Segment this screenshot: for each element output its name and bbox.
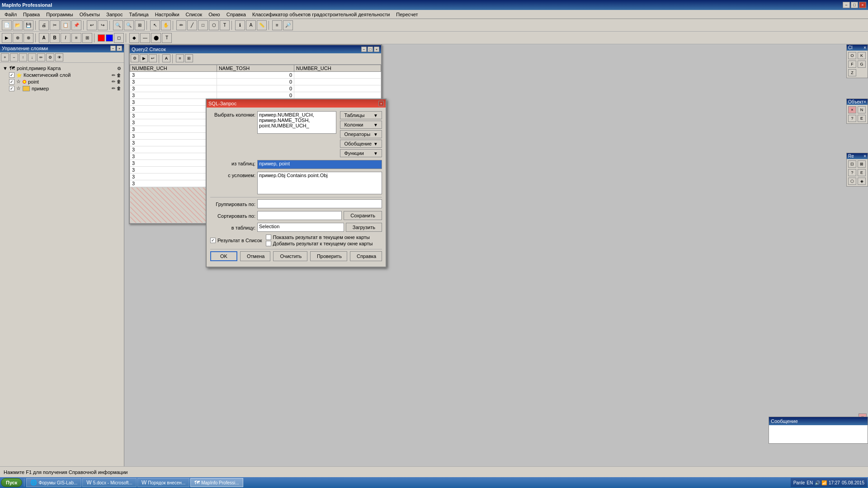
query-tb-grid[interactable]: ⊞	[185, 54, 193, 62]
tb-cut[interactable]: ✂	[50, 20, 60, 30]
tb2-region[interactable]: ⬤	[151, 33, 161, 43]
tb-layers[interactable]: ≡	[272, 20, 282, 30]
menu-window[interactable]: Окно	[206, 11, 223, 18]
tb2-line-style[interactable]: —	[140, 33, 150, 43]
checkbox-add[interactable]	[266, 241, 271, 246]
tb-save[interactable]: 💾	[24, 20, 33, 30]
tb-ruler[interactable]: 📏	[257, 20, 267, 30]
tb2-text-style[interactable]: T	[162, 33, 172, 43]
cl-k-btn[interactable]: K	[858, 52, 866, 59]
menu-table[interactable]: Таблица	[126, 11, 151, 18]
menu-programs[interactable]: Программы	[43, 11, 75, 18]
obj-q-btn[interactable]: ?	[848, 115, 856, 122]
menu-file[interactable]: Файл	[2, 11, 19, 18]
tb-info[interactable]: ℹ	[235, 20, 245, 30]
layer-cosmetic-opts[interactable]: ✏ 🗑	[112, 73, 121, 78]
menu-recalc[interactable]: Пересчет	[393, 11, 420, 18]
obj-x-btn[interactable]: ×	[848, 106, 856, 113]
col-header-number-uch2[interactable]: NUMBER_UCH	[294, 65, 381, 72]
tb-pan[interactable]: ✋	[161, 20, 171, 30]
layer-checkbox-primer[interactable]	[9, 86, 14, 91]
close-btn[interactable]: ×	[859, 2, 866, 8]
query-close[interactable]: ×	[374, 47, 379, 52]
re-btn1[interactable]: ⊡	[848, 160, 856, 168]
layer-edit-btn[interactable]: ✏	[37, 53, 45, 61]
sql-into-input[interactable]: Selection	[257, 223, 344, 232]
obj-e-btn[interactable]: E	[858, 115, 866, 122]
tb-zoom-in[interactable]: 🔍	[113, 20, 123, 30]
tb2-color[interactable]	[98, 34, 105, 42]
operators-btn[interactable]: Операторы ▼	[340, 130, 382, 138]
menu-objects[interactable]: Объекты	[77, 11, 103, 18]
query-maximize[interactable]: □	[368, 47, 373, 52]
sql-ok-btn[interactable]: OK	[210, 251, 237, 261]
tb-poly[interactable]: ⬡	[209, 20, 219, 30]
menu-query[interactable]: Запрос	[104, 11, 125, 18]
tb2-align[interactable]: ≡	[71, 33, 81, 43]
layer-primer-opts[interactable]: ✏ 🗑	[112, 86, 121, 91]
tb2-bold[interactable]: B	[50, 33, 60, 43]
tb2-arrow[interactable]: ▶	[2, 33, 12, 43]
tb-draw[interactable]: ✏	[176, 20, 186, 30]
tb-select[interactable]: ↖	[150, 20, 160, 30]
obj-n-btn[interactable]: N	[858, 106, 866, 113]
tb-copy[interactable]: 📋	[61, 20, 71, 30]
menu-classifier[interactable]: Классификатор объектов градостроительной…	[250, 11, 392, 18]
tb-undo[interactable]: ↩	[87, 20, 97, 30]
minimize-btn[interactable]: −	[843, 2, 850, 8]
checkbox-list[interactable]	[210, 238, 216, 243]
sql-from-input[interactable]: пример, point	[257, 160, 382, 169]
tb2-sym[interactable]: ◆	[129, 33, 139, 43]
tb-text[interactable]: T	[220, 20, 230, 30]
tb2-table[interactable]: ⊞	[82, 33, 92, 43]
tb-rect[interactable]: □	[198, 20, 208, 30]
layer-checkbox-cosmetic[interactable]	[9, 72, 14, 78]
cl-f-btn[interactable]: F	[848, 61, 856, 68]
col-header-name-tosh[interactable]: NAME_TOSH	[217, 65, 294, 72]
tb-zoom-out[interactable]: 🔍	[124, 20, 134, 30]
layer-group-options[interactable]: ⚙	[117, 66, 121, 71]
tb2-italic[interactable]: I	[61, 33, 71, 43]
query-tb3[interactable]: ↩	[149, 54, 157, 62]
cl-o-btn[interactable]: O	[848, 52, 856, 59]
taskbar-btn-word2[interactable]: W Порядок внесен...	[137, 478, 189, 487]
layer-add-btn[interactable]: +	[1, 53, 9, 61]
layer-up-btn[interactable]: ↑	[19, 53, 27, 61]
checkbox-show-label[interactable]: Показать результат в текущем окне карты	[266, 235, 373, 240]
query-tb2[interactable]: ▶	[140, 54, 148, 62]
layer-view-btn[interactable]: 👁	[55, 53, 63, 61]
columns-btn[interactable]: Колонки ▼	[340, 121, 382, 129]
layer-panel-close[interactable]: ×	[117, 46, 122, 51]
tb-print[interactable]: 🖨	[39, 20, 49, 30]
layer-checkbox-point[interactable]	[9, 79, 14, 84]
menu-list[interactable]: Список	[183, 11, 205, 18]
sql-sortby-input[interactable]	[257, 211, 342, 220]
re-btn5[interactable]: ⬡	[848, 178, 856, 185]
mini-panel-object-close[interactable]: ×	[863, 99, 866, 104]
query-tb1[interactable]: ⚙	[131, 54, 139, 62]
layer-props-btn[interactable]: ⚙	[46, 53, 54, 61]
tb-label[interactable]: A	[246, 20, 256, 30]
sql-clear-btn[interactable]: Очистить	[273, 251, 307, 261]
menu-help[interactable]: Справка	[224, 11, 249, 18]
menu-edit[interactable]: Правка	[20, 11, 42, 18]
tb2-move[interactable]: ⊕	[13, 33, 23, 43]
layer-remove-btn[interactable]: −	[10, 53, 18, 61]
layer-down-btn[interactable]: ↓	[28, 53, 36, 61]
checkbox-add-label[interactable]: Добавить результат к текущему окне карты	[266, 241, 373, 246]
tb2-border[interactable]: ◻	[114, 33, 124, 43]
query-minimize[interactable]: −	[361, 47, 367, 52]
re-btn2[interactable]: ⊠	[858, 160, 866, 168]
query-tb-font[interactable]: A	[162, 54, 170, 62]
cl-g-btn[interactable]: G	[858, 61, 866, 68]
tables-btn[interactable]: Таблицы ▼	[340, 111, 382, 119]
query-tb-align[interactable]: ≡	[176, 54, 184, 62]
checkbox-list-label[interactable]: Результат в Список	[210, 238, 262, 243]
tb-paste[interactable]: 📌	[71, 20, 81, 30]
tb-open[interactable]: 📂	[13, 20, 23, 30]
tb-full[interactable]: ⊞	[135, 20, 145, 30]
save-query-btn[interactable]: Сохранить	[344, 211, 382, 220]
menu-settings[interactable]: Настройки	[152, 11, 182, 18]
tb2-scale[interactable]: ⊗	[24, 33, 33, 43]
sql-close-btn[interactable]: ×	[378, 101, 384, 106]
